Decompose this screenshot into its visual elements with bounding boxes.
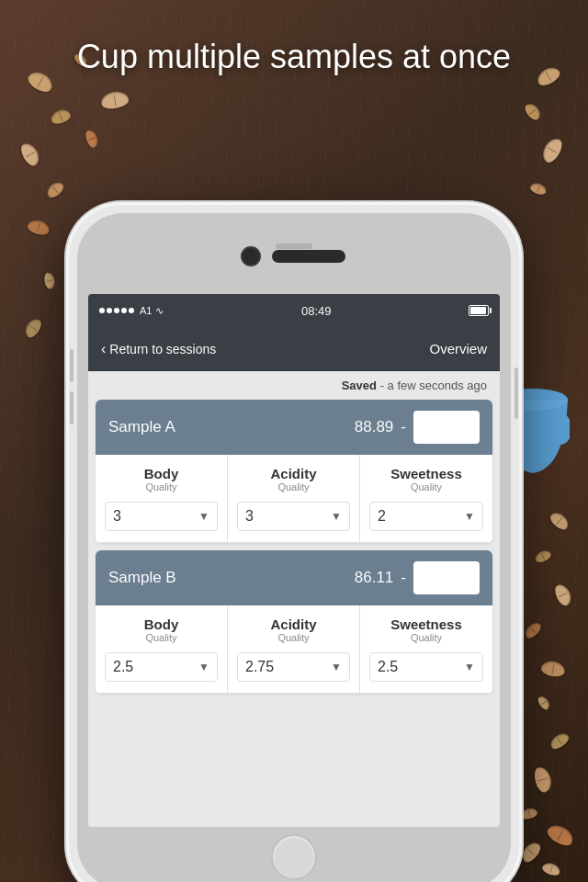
sample-b-sweetness-value: 2.5	[378, 659, 398, 675]
phone-outer: A1 ∿ 08:49 ‹ Return to sessions	[66, 202, 522, 882]
back-label: Return to sessions	[109, 342, 216, 356]
sweetness-value: 2	[378, 508, 386, 525]
body-sublabel: Quality	[105, 481, 218, 492]
volume-up-button[interactable]	[70, 349, 74, 382]
body-select[interactable]: 3 ▼	[105, 502, 218, 531]
sample-b-dash: -	[401, 569, 406, 587]
saved-text: Saved	[342, 379, 377, 392]
sweetness-select[interactable]: 2 ▼	[369, 502, 483, 531]
sample-b-name: Sample B	[108, 569, 176, 587]
sample-b-body-sublabel: Quality	[105, 632, 218, 643]
sample-a-name: Sample A	[108, 418, 175, 436]
nav-bar: ‹ Return to sessions Overview	[88, 327, 500, 371]
sample-a-sweetness-cell: Sweetness Quality 2 ▼	[360, 455, 492, 543]
screen-content: A1 ∿ 08:49 ‹ Return to sessions	[88, 294, 500, 827]
acidity-label: Acidity	[237, 466, 350, 481]
carrier-label: A1	[140, 305, 152, 316]
sample-b-acidity-sublabel: Quality	[237, 632, 350, 643]
power-button[interactable]	[514, 368, 518, 419]
sample-b-acidity-select[interactable]: 2.75 ▼	[237, 652, 350, 682]
sample-b-body-cell: Body Quality 2.5 ▼	[96, 605, 228, 694]
signal-dot-4	[121, 308, 127, 313]
sample-b-body-dropdown-icon: ▼	[198, 661, 209, 673]
saved-time-separator: -	[380, 379, 388, 392]
battery-icon	[469, 305, 489, 316]
sample-b-acidity-value: 2.75	[245, 659, 274, 675]
status-bar-left: A1 ∿	[99, 305, 164, 317]
sample-a-acidity-cell: Acidity Quality 3 ▼	[228, 455, 360, 543]
body-label: Body	[105, 466, 218, 481]
volume-down-button[interactable]	[70, 391, 74, 424]
phone-top-details	[243, 248, 345, 265]
saved-bar: Saved - a few seconds ago	[88, 371, 500, 400]
sample-b-acidity-label: Acidity	[237, 616, 350, 632]
sample-b-sweetness-select[interactable]: 2.5 ▼	[369, 652, 483, 682]
signal-dot-2	[107, 308, 112, 313]
earpiece-speaker	[272, 250, 345, 263]
front-camera	[243, 248, 259, 265]
overview-button[interactable]: Overview	[429, 341, 487, 356]
acidity-dropdown-icon: ▼	[331, 510, 342, 523]
acidity-value: 3	[245, 508, 254, 525]
wifi-icon: ∿	[155, 305, 164, 317]
sample-b-score-area: 86.11 -	[355, 561, 480, 594]
sample-a-attributes: Body Quality 3 ▼ Acidity Quality	[96, 455, 492, 543]
sample-b-acidity-dropdown-icon: ▼	[331, 661, 342, 673]
sample-b-header: Sample B 86.11 -	[96, 550, 492, 605]
sample-b-acidity-cell: Acidity Quality 2.75 ▼	[228, 605, 360, 694]
phone-screen: A1 ∿ 08:49 ‹ Return to sessions	[88, 294, 500, 827]
body-dropdown-icon: ▼	[198, 510, 209, 523]
status-time: 08:49	[301, 304, 332, 318]
status-bar: A1 ∿ 08:49	[88, 294, 500, 327]
signal-dots	[99, 308, 134, 313]
sample-a-dash: -	[401, 418, 406, 436]
signal-dot-5	[129, 308, 134, 313]
sweetness-sublabel: Quality	[369, 481, 483, 492]
home-button[interactable]	[271, 834, 317, 880]
sample-b-block: Sample B 86.11 - Body Quality	[96, 550, 492, 694]
content-area: Saved - a few seconds ago Sample A 88.89…	[88, 371, 500, 827]
sample-b-body-value: 2.5	[113, 659, 133, 675]
sample-b-sweetness-sublabel: Quality	[369, 632, 483, 643]
acidity-select[interactable]: 3 ▼	[237, 502, 350, 531]
signal-dot-3	[114, 308, 119, 313]
sample-a-score-area: 88.89 -	[355, 411, 480, 444]
headline: Cup multiple samples at once	[0, 37, 588, 76]
sample-b-attributes: Body Quality 2.5 ▼ Acidity Quality	[96, 605, 492, 694]
battery-area	[469, 305, 489, 316]
sweetness-dropdown-icon: ▼	[464, 510, 475, 523]
sample-b-body-label: Body	[105, 616, 218, 632]
sample-a-score-input[interactable]	[413, 411, 480, 444]
sample-a-block: Sample A 88.89 - Body Quality	[96, 400, 492, 543]
body-value: 3	[113, 508, 121, 525]
sample-b-sweetness-label: Sweetness	[369, 616, 483, 632]
sample-a-score: 88.89	[355, 418, 394, 436]
acidity-sublabel: Quality	[237, 481, 350, 492]
sample-b-score: 86.11	[355, 569, 394, 587]
battery-fill	[470, 307, 486, 314]
sample-b-sweetness-cell: Sweetness Quality 2.5 ▼	[360, 605, 492, 694]
sample-b-score-input[interactable]	[413, 561, 480, 594]
sample-b-sweetness-dropdown-icon: ▼	[464, 661, 475, 673]
sample-a-body-cell: Body Quality 3 ▼	[96, 455, 228, 543]
back-button[interactable]: ‹ Return to sessions	[101, 341, 216, 357]
back-chevron-icon: ‹	[101, 341, 106, 357]
sweetness-label: Sweetness	[369, 466, 483, 481]
sample-a-header: Sample A 88.89 -	[96, 400, 492, 455]
phone-frame: A1 ∿ 08:49 ‹ Return to sessions	[66, 202, 522, 882]
signal-dot-1	[99, 308, 105, 313]
sample-b-body-select[interactable]: 2.5 ▼	[105, 652, 218, 682]
saved-time: a few seconds ago	[388, 379, 487, 392]
